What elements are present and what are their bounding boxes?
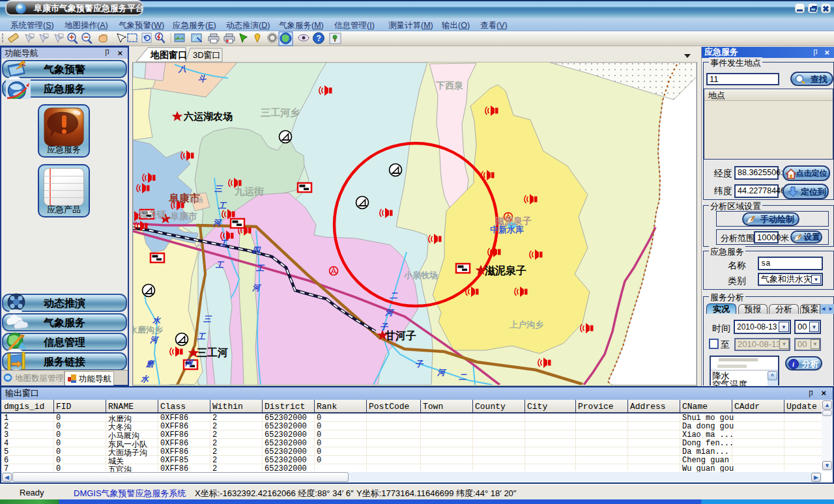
- svg-text:三工河: 三工河: [197, 347, 228, 358]
- svg-text:三工河乡: 三工河乡: [169, 383, 203, 385]
- svg-text:3D窗口: 3D窗口: [193, 50, 221, 60]
- svg-text:三: 三: [214, 184, 223, 193]
- svg-text:甘河子: 甘河子: [384, 330, 416, 341]
- svg-text:斗: 斗: [198, 74, 207, 83]
- svg-text:工: 工: [197, 332, 207, 341]
- svg-text:上户沟乡: 上户沟乡: [510, 320, 543, 329]
- svg-text:八: 八: [178, 64, 186, 74]
- svg-text:子: 子: [380, 322, 388, 331]
- svg-text:工: 工: [219, 239, 229, 248]
- svg-text:子: 子: [415, 359, 424, 369]
- svg-text:下西泉: 下西泉: [435, 80, 463, 91]
- svg-text:城关镇: 城关镇: [138, 209, 166, 219]
- svg-text:水: 水: [152, 316, 161, 325]
- svg-text:工: 工: [215, 260, 225, 270]
- svg-text:三工河乡: 三工河乡: [261, 107, 300, 118]
- svg-text:磨: 磨: [145, 359, 155, 369]
- svg-text:二: 二: [389, 291, 398, 300]
- svg-text:三: 三: [203, 315, 212, 324]
- svg-text:滋泥泉子: 滋泥泉子: [484, 265, 526, 276]
- svg-text:水: 水: [140, 374, 149, 384]
- svg-text:水磨沟乡: 水磨沟乡: [133, 325, 163, 335]
- svg-text:种场: 种场: [188, 196, 203, 204]
- svg-text:地图窗口: 地图窗口: [150, 49, 187, 60]
- svg-text:小泉牧场: 小泉牧场: [403, 270, 438, 280]
- svg-text:中新水库: 中新水库: [490, 225, 524, 234]
- svg-text:?: ?: [317, 34, 321, 43]
- svg-text:二: 二: [458, 372, 467, 382]
- svg-text:四: 四: [252, 245, 261, 255]
- svg-text:工: 工: [255, 264, 265, 273]
- svg-text:六运湖农场: 六运湖农场: [183, 111, 233, 122]
- svg-text:工: 工: [218, 201, 227, 210]
- svg-text:九运街: 九运街: [234, 186, 264, 197]
- svg-text:阜康市: 阜康市: [170, 211, 197, 221]
